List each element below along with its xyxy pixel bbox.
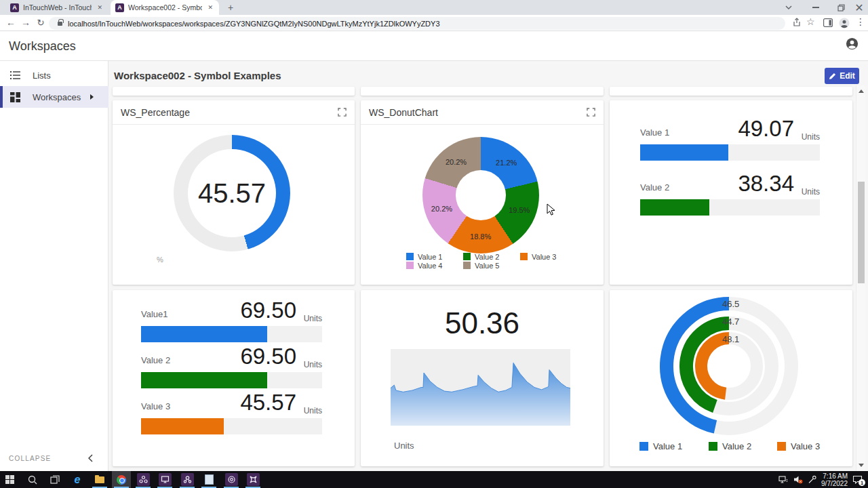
legend-item: Value 4 (406, 262, 463, 270)
windows-logo-icon (5, 475, 14, 484)
chrome-taskbar-icon[interactable] (112, 471, 131, 488)
sidebar-item-label: Workspaces (33, 92, 81, 102)
card-partial (113, 87, 355, 96)
scroll-down-arrow-icon[interactable] (859, 464, 864, 467)
app-header: Workspaces (0, 31, 868, 61)
app-gears-icon[interactable] (134, 471, 153, 488)
file-explorer-icon[interactable] (90, 471, 109, 488)
bar-label: Value 2 (141, 355, 170, 365)
screen: A InTouchWeb - InTouch Introducti ✕ A Wo… (0, 0, 868, 488)
workspace-page-title: Workspace002 - Symbol Examples (114, 70, 281, 81)
task-view-icon[interactable] (45, 471, 64, 488)
kebab-menu-icon[interactable]: ⋮ (856, 16, 865, 27)
sidebar-collapse[interactable]: COLLAPSE (0, 449, 108, 468)
content-scrollbar[interactable] (856, 85, 865, 471)
browser-tab-1[interactable]: A InTouchWeb - InTouch Introducti ✕ (5, 0, 108, 15)
taskbar-clock[interactable]: 7:16 AM 9/7/2022 (821, 472, 848, 487)
bar-fill (141, 372, 267, 388)
legend-item: Value 3 (520, 253, 577, 261)
card-title: WS_Percentage (121, 107, 190, 118)
mouse-cursor (547, 203, 555, 216)
ie-e-glyph: e (75, 474, 81, 485)
tab-search-chevron-icon[interactable] (778, 0, 799, 15)
bar-track (141, 326, 322, 342)
account-icon[interactable] (846, 37, 859, 53)
edit-button[interactable]: Edit (825, 68, 859, 84)
caret-right-icon (90, 94, 94, 100)
bar-gauge-row: Value 149.07Units (640, 116, 820, 161)
bar-value: 38.34 (738, 171, 794, 197)
legend-item: Value 3 (777, 441, 820, 451)
app-notepad-icon[interactable] (199, 471, 218, 488)
radial-value-label: 46.5 (722, 299, 739, 309)
browser-profile-avatar[interactable] (839, 18, 850, 31)
legend-swatch (406, 262, 414, 269)
network-icon[interactable] (778, 475, 789, 484)
donut-chart: 21.2%19.5%18.8%20.2%20.2% (422, 137, 539, 253)
browser-tab-strip: A InTouchWeb - InTouch Introducti ✕ A Wo… (0, 0, 868, 15)
pen-tool-icon[interactable] (808, 475, 816, 484)
close-tab-icon[interactable]: ✕ (206, 4, 214, 11)
legend-item: Value 1 (406, 253, 463, 261)
share-icon[interactable] (792, 18, 802, 30)
sidebar-item-lists[interactable]: Lists (0, 64, 108, 86)
bookmark-star-icon[interactable]: ☆ (806, 16, 815, 27)
volume-muted-icon[interactable] (793, 475, 803, 484)
side-panel-icon[interactable] (823, 18, 833, 30)
chrome-logo-icon (117, 475, 126, 485)
lock-icon (58, 22, 62, 26)
bar-value: 69.50 (240, 298, 296, 323)
card-header: WS_DonutChart (361, 100, 604, 125)
close-window-button[interactable]: ✕ (849, 0, 868, 15)
start-button[interactable] (0, 471, 19, 488)
bar-track (640, 144, 820, 161)
card-partial (361, 87, 604, 96)
card-radial-gauge: 46.544.748.1Value 1Value 2Value 3 (610, 290, 852, 466)
clock-date: 9/7/2022 (821, 480, 848, 487)
app-x-icon[interactable] (243, 471, 262, 488)
restore-button[interactable] (831, 0, 851, 15)
scrollbar-thumb[interactable] (858, 182, 865, 283)
legend-swatch (406, 253, 414, 260)
bar-gauge-row: Value169.50Units (141, 298, 322, 342)
minimize-button[interactable] (806, 0, 826, 15)
app-spiral-icon[interactable] (222, 471, 241, 488)
bar-gauge-row: Value 238.34Units (640, 171, 820, 216)
trend-unit-label: Units (394, 441, 414, 451)
taskbar-search-icon[interactable] (23, 471, 42, 488)
app-network-gears-icon[interactable] (178, 471, 197, 488)
bar-label: Value 3 (141, 401, 170, 411)
forward-icon[interactable]: → (19, 16, 33, 29)
legend-item: Value 1 (639, 441, 682, 451)
card-partial (610, 87, 852, 96)
reload-icon[interactable]: ↻ (34, 16, 47, 29)
fullscreen-icon[interactable] (587, 108, 595, 117)
notification-badge: 1 (859, 479, 865, 486)
bar-value: 49.07 (738, 116, 794, 142)
bar-label: Value 2 (640, 182, 669, 192)
close-tab-icon[interactable]: ✕ (96, 4, 104, 11)
action-center-icon[interactable]: 1 (852, 475, 863, 484)
radial-value-label: 44.7 (722, 317, 739, 327)
card-trend: 50.36 Units (361, 290, 604, 466)
radial-gauge-chart (653, 290, 805, 442)
donut-slice-label: 21.2% (496, 159, 517, 167)
trend-chart (391, 349, 570, 426)
bar-label: Value1 (141, 309, 168, 319)
dashboard-grid-icon (9, 92, 21, 102)
sidebar-item-workspaces[interactable]: Workspaces (0, 86, 108, 108)
fullscreen-icon[interactable] (338, 108, 347, 117)
legend-item: Value 2 (463, 253, 520, 261)
app-title: Workspaces (9, 39, 76, 54)
new-tab-button[interactable]: + (224, 1, 237, 14)
scroll-up-arrow-icon[interactable] (859, 89, 864, 93)
url-omnibox[interactable]: localhost/InTouchWeb/workspaces/workspac… (49, 17, 785, 30)
bar-unit: Units (304, 314, 322, 323)
legend-swatch (709, 442, 717, 451)
app-monitor-icon[interactable] (155, 471, 174, 488)
card-bar-gauges-bottom: Value169.50UnitsValue 269.50UnitsValue 3… (113, 290, 355, 466)
browser-tab-2-active[interactable]: A Workspace002 - Symbol Exampl ✕ (111, 0, 219, 15)
internet-explorer-icon[interactable]: e (68, 471, 87, 488)
back-icon[interactable]: ← (4, 16, 18, 29)
donut-slice-label: 18.8% (470, 232, 491, 241)
